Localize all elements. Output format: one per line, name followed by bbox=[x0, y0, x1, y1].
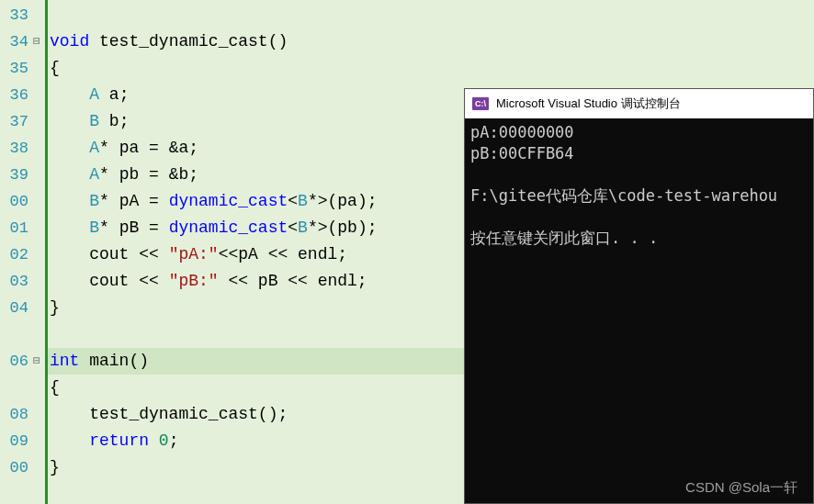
line-number: 38 bbox=[0, 135, 32, 162]
code-line[interactable]: void test_dynamic_cast() bbox=[48, 28, 814, 55]
line-number: 00 bbox=[0, 454, 32, 481]
line-number-gutter: 33343536373839000102030406080900 bbox=[0, 0, 32, 504]
fold-spacer bbox=[32, 215, 45, 241]
line-number: 09 bbox=[0, 428, 32, 454]
line-number: 02 bbox=[0, 241, 32, 268]
line-number: 39 bbox=[0, 162, 32, 188]
fold-spacer bbox=[32, 454, 45, 481]
line-number: 03 bbox=[0, 268, 32, 295]
console-titlebar[interactable]: C:\ Microsoft Visual Studio 调试控制台 bbox=[465, 89, 813, 118]
line-number bbox=[0, 321, 32, 348]
debug-console-window: C:\ Microsoft Visual Studio 调试控制台 pA:000… bbox=[464, 88, 814, 504]
console-title: Microsoft Visual Studio 调试控制台 bbox=[496, 95, 681, 112]
fold-spacer bbox=[32, 241, 45, 268]
fold-spacer bbox=[32, 375, 45, 401]
console-icon: C:\ bbox=[472, 97, 489, 110]
fold-spacer bbox=[32, 55, 45, 82]
fold-spacer bbox=[32, 268, 45, 295]
line-number: 01 bbox=[0, 215, 32, 241]
code-line[interactable]: { bbox=[48, 55, 814, 82]
fold-column: ⊟⊟ bbox=[32, 0, 45, 504]
watermark: CSDN @Sola一轩 bbox=[685, 479, 797, 497]
code-line[interactable] bbox=[48, 2, 814, 28]
line-number: 04 bbox=[0, 295, 32, 321]
fold-spacer bbox=[32, 82, 45, 108]
line-number: 06 bbox=[0, 348, 32, 375]
fold-spacer bbox=[32, 401, 45, 428]
line-number: 34 bbox=[0, 28, 32, 55]
fold-spacer bbox=[32, 135, 45, 162]
fold-spacer bbox=[32, 295, 45, 321]
line-number: 00 bbox=[0, 188, 32, 215]
line-number bbox=[0, 375, 32, 401]
fold-toggle-icon[interactable]: ⊟ bbox=[32, 28, 45, 55]
line-number: 36 bbox=[0, 82, 32, 108]
fold-spacer bbox=[32, 162, 45, 188]
console-output[interactable]: pA:00000000 pB:00CFFB64 F:\gitee代码仓库\cod… bbox=[465, 118, 813, 503]
fold-spacer bbox=[32, 188, 45, 215]
fold-spacer bbox=[32, 108, 45, 135]
line-number: 33 bbox=[0, 2, 32, 28]
fold-toggle-icon[interactable]: ⊟ bbox=[32, 348, 45, 375]
line-number: 35 bbox=[0, 55, 32, 82]
line-number: 08 bbox=[0, 401, 32, 428]
fold-spacer bbox=[32, 321, 45, 348]
line-number: 37 bbox=[0, 108, 32, 135]
fold-spacer bbox=[32, 428, 45, 454]
fold-spacer bbox=[32, 2, 45, 28]
